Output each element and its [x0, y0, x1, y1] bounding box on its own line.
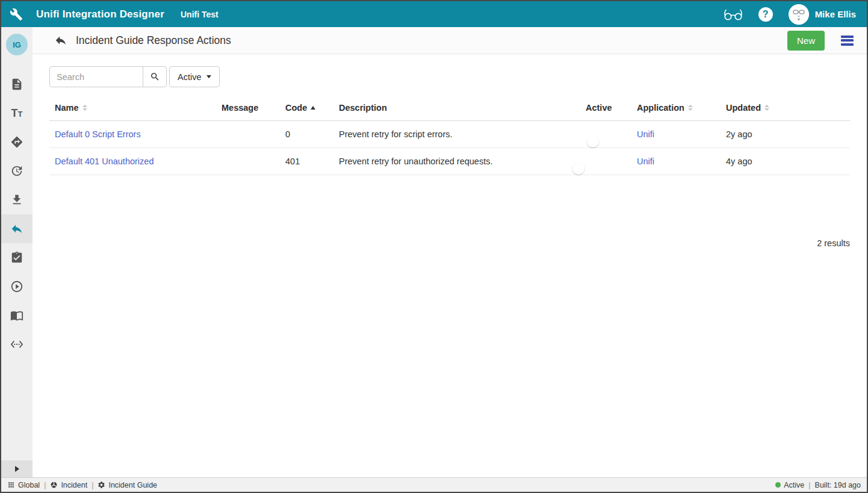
sidebar-item-directions[interactable]: [1, 128, 33, 157]
filter-value: Active: [178, 72, 202, 82]
footer-application[interactable]: Incident: [50, 481, 87, 489]
row-message: [216, 121, 280, 148]
incident-circle-icon: [50, 481, 58, 489]
hamburger-menu-icon[interactable]: [841, 36, 854, 46]
footer-scope-label: Global: [18, 481, 40, 489]
document-icon: [10, 78, 23, 91]
toolbar: Active: [49, 66, 850, 87]
sidebar-item-download[interactable]: [1, 185, 33, 214]
sidebar-item-documents[interactable]: [1, 70, 33, 99]
footer-integration[interactable]: Incident Guide: [98, 481, 157, 489]
sidebar-item-text-format[interactable]: TT: [1, 99, 33, 128]
back-button[interactable]: [54, 34, 67, 47]
play-circle-icon: [10, 280, 23, 293]
apps-grid-icon: [7, 481, 15, 489]
column-header-updated[interactable]: Updated: [721, 97, 850, 121]
row-application-link[interactable]: Unifi: [637, 157, 654, 166]
gear-icon: [98, 481, 105, 489]
column-header-application[interactable]: Application: [631, 97, 721, 121]
sort-icon: [764, 105, 769, 111]
help-icon[interactable]: ?: [758, 7, 773, 22]
sort-icon: [688, 105, 693, 111]
column-header-active: Active: [580, 97, 631, 121]
search-icon: [150, 72, 160, 82]
code-brackets-icon: [10, 338, 23, 351]
column-header-description: Description: [333, 97, 580, 121]
assignment-check-icon: [10, 251, 23, 264]
app-header: Unifi Integration Designer Unifi Test ?: [1, 1, 867, 27]
table-row: Default 401 Unauthorized 401 Prevent ret…: [49, 148, 850, 175]
sort-ascending-icon: [311, 106, 315, 110]
response-actions-table: Name Message Code Description: [49, 97, 850, 175]
glasses-icon[interactable]: [722, 7, 744, 22]
row-code: 0: [280, 121, 333, 148]
status-bar: Global | Incident | Incident Guide Activ…: [1, 477, 867, 492]
row-updated: 2y ago: [721, 121, 850, 148]
expand-arrow-icon: [15, 466, 19, 472]
active-filter-dropdown[interactable]: Active: [169, 66, 220, 87]
results-count: 2 results: [49, 238, 850, 248]
column-header-name[interactable]: Name: [49, 97, 216, 121]
footer-application-label: Incident: [61, 481, 87, 489]
wrench-icon: [10, 8, 23, 21]
row-message: [216, 148, 280, 175]
search-button[interactable]: [143, 66, 167, 87]
directions-icon: [10, 135, 23, 149]
download-icon: [10, 193, 23, 206]
row-name-link[interactable]: Default 401 Unauthorized: [55, 157, 153, 166]
separator: |: [808, 481, 810, 489]
row-description: Prevent retry for unauthorized requests.: [333, 148, 580, 175]
sidebar: IG TT: [1, 27, 33, 477]
row-name-link[interactable]: Default 0 Script Errors: [55, 129, 141, 139]
sidebar-item-response-actions[interactable]: [1, 214, 33, 243]
update-icon: [10, 164, 23, 178]
column-header-code[interactable]: Code: [280, 97, 333, 121]
workspace-avatar[interactable]: IG: [6, 34, 28, 55]
sidebar-item-run[interactable]: [1, 272, 33, 301]
sidebar-item-tasks[interactable]: [1, 243, 33, 272]
sidebar-expand-button[interactable]: [1, 460, 33, 477]
search-input[interactable]: [49, 66, 143, 87]
page-titlebar: Incident Guide Response Actions New: [33, 27, 867, 54]
app-title: Unifi Integration Designer: [36, 8, 164, 20]
table-row: Default 0 Script Errors 0 Prevent retry …: [49, 121, 850, 148]
book-icon: [10, 309, 23, 322]
column-header-message: Message: [216, 97, 280, 121]
separator: |: [91, 481, 93, 489]
footer-integration-label: Incident Guide: [108, 481, 157, 489]
chevron-down-icon: [206, 75, 211, 78]
new-button[interactable]: New: [787, 31, 825, 51]
row-description: Prevent retry for script errors.: [333, 121, 580, 148]
page-title: Incident Guide Response Actions: [76, 34, 231, 47]
footer-scope[interactable]: Global: [7, 481, 40, 489]
sort-icon: [82, 105, 87, 111]
separator: |: [44, 481, 46, 489]
user-avatar[interactable]: [789, 4, 809, 25]
status-dot-icon: [775, 482, 781, 488]
sidebar-item-api[interactable]: [1, 330, 33, 359]
sidebar-item-documentation[interactable]: [1, 301, 33, 330]
environment-label[interactable]: Unifi Test: [181, 10, 219, 19]
sidebar-item-update[interactable]: [1, 157, 33, 185]
text-format-icon: TT: [11, 108, 23, 119]
reply-icon: [10, 222, 23, 235]
main-content: Active Name Message: [33, 54, 867, 477]
row-application-link[interactable]: Unifi: [637, 129, 654, 139]
footer-build-label: Built: 19d ago: [815, 481, 861, 489]
row-updated: 4y ago: [721, 148, 850, 175]
user-name[interactable]: Mike Ellis: [815, 9, 856, 19]
row-code: 401: [280, 148, 333, 175]
footer-status-label: Active: [784, 481, 804, 489]
